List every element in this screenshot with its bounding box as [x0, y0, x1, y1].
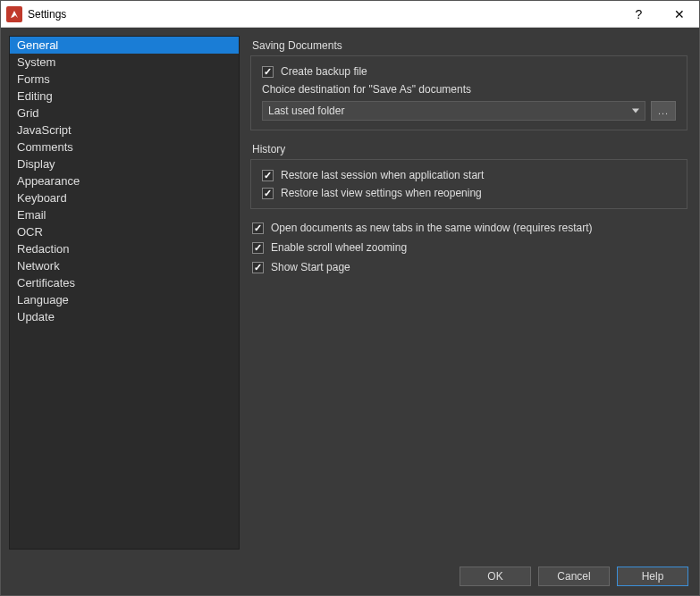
restore-view-row: Restore last view settings when reopenin… [262, 187, 676, 199]
sidebar-item-language[interactable]: Language [10, 291, 239, 308]
help-button[interactable]: Help [617, 567, 688, 586]
sidebar-item-system[interactable]: System [10, 54, 239, 71]
create-backup-checkbox[interactable] [262, 66, 274, 78]
save-as-dest-value: Last used folder [268, 105, 344, 117]
sidebar-item-email[interactable]: Email [10, 206, 239, 223]
group-label: Saving Documents [250, 39, 687, 52]
restore-view-label: Restore last view settings when reopenin… [281, 187, 482, 199]
category-sidebar[interactable]: GeneralSystemFormsEditingGridJavaScriptC… [9, 36, 240, 550]
sidebar-item-display[interactable]: Display [10, 155, 239, 172]
create-backup-row: Create backup file [262, 65, 676, 78]
app-icon [6, 6, 22, 22]
general-options: Open documents as new tabs in the same w… [250, 222, 687, 281]
sidebar-item-ocr[interactable]: OCR [10, 223, 239, 240]
open-tabs-row: Open documents as new tabs in the same w… [252, 222, 687, 234]
start-page-row: Show Start page [252, 261, 687, 273]
sidebar-item-keyboard[interactable]: Keyboard [10, 189, 239, 206]
window-title: Settings [28, 8, 619, 21]
sidebar-item-grid[interactable]: Grid [10, 105, 239, 122]
save-as-dest-row: Last used folder ... [262, 101, 676, 121]
sidebar-item-forms[interactable]: Forms [10, 71, 239, 88]
settings-panel: Saving Documents Create backup file Choi… [247, 36, 691, 550]
group-box: Restore last session when application st… [250, 159, 687, 209]
group-box: Create backup file Choice destination fo… [250, 55, 687, 130]
sidebar-item-redaction[interactable]: Redaction [10, 240, 239, 257]
sidebar-item-update[interactable]: Update [10, 308, 239, 325]
titlebar: Settings ? ✕ [1, 1, 699, 28]
sidebar-item-appearance[interactable]: Appearance [10, 172, 239, 189]
save-as-dest-label: Choice destination for "Save As" documen… [262, 83, 676, 96]
titlebar-controls: ? ✕ [619, 1, 699, 28]
create-backup-label: Create backup file [281, 65, 367, 78]
help-icon[interactable]: ? [619, 1, 659, 28]
history-group: History Restore last session when applic… [250, 143, 687, 209]
restore-session-checkbox[interactable] [262, 170, 274, 181]
saving-documents-group: Saving Documents Create backup file Choi… [250, 39, 687, 130]
restore-session-row: Restore last session when application st… [262, 169, 676, 181]
dialog-footer: OK Cancel Help [1, 558, 699, 595]
chevron-down-icon [632, 109, 639, 113]
sidebar-item-certificates[interactable]: Certificates [10, 274, 239, 291]
sidebar-item-javascript[interactable]: JavaScript [10, 122, 239, 139]
scroll-zoom-row: Enable scroll wheel zooming [252, 241, 687, 254]
sidebar-item-network[interactable]: Network [10, 257, 239, 274]
group-label: History [250, 143, 687, 155]
restore-session-label: Restore last session when application st… [281, 169, 484, 181]
start-page-checkbox[interactable] [252, 262, 264, 273]
scroll-zoom-label: Enable scroll wheel zooming [271, 241, 407, 254]
browse-button[interactable]: ... [651, 101, 676, 121]
cancel-button[interactable]: Cancel [538, 567, 610, 586]
start-page-label: Show Start page [271, 261, 350, 273]
open-tabs-label: Open documents as new tabs in the same w… [271, 222, 593, 234]
save-as-dest-select[interactable]: Last used folder [262, 101, 645, 121]
sidebar-item-general[interactable]: General [10, 37, 239, 54]
ok-button[interactable]: OK [460, 567, 531, 586]
close-icon[interactable]: ✕ [659, 1, 699, 28]
scroll-zoom-checkbox[interactable] [252, 242, 264, 254]
open-tabs-checkbox[interactable] [252, 222, 264, 234]
settings-window: Settings ? ✕ GeneralSystemFormsEditingGr… [0, 0, 700, 596]
sidebar-item-comments[interactable]: Comments [10, 139, 239, 155]
sidebar-item-editing[interactable]: Editing [10, 88, 239, 105]
restore-view-checkbox[interactable] [262, 188, 274, 199]
content-area: GeneralSystemFormsEditingGridJavaScriptC… [1, 28, 699, 558]
